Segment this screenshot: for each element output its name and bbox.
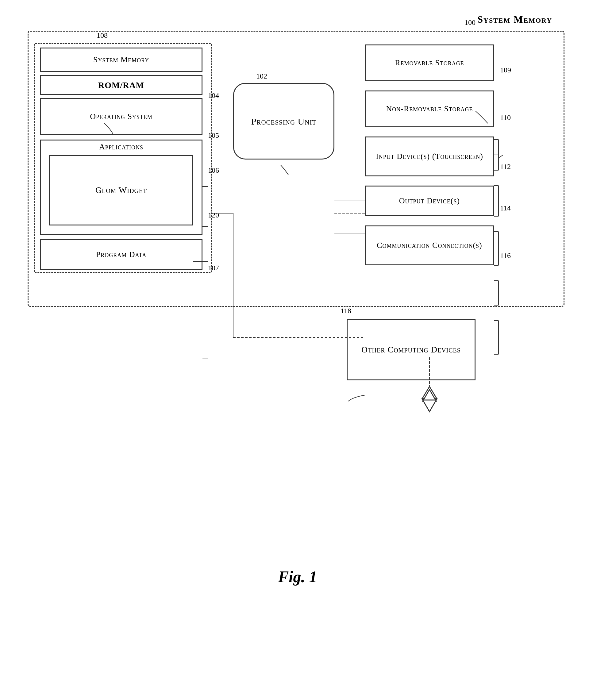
diagram-container: System Memory 100 108 System Memory ROM/…: [18, 12, 577, 595]
os-label: Operating System: [90, 111, 153, 122]
program-data-box: Program Data: [40, 239, 202, 270]
label-120: 120: [208, 211, 219, 219]
communication-connections-box: Communication Connection(s): [365, 225, 494, 265]
label-106: 106: [208, 166, 219, 174]
non-removable-storage-label: Non-Removable Storage: [386, 104, 473, 114]
removable-storage-box: Removable Storage: [365, 44, 494, 81]
label-116: 116: [500, 251, 511, 260]
input-device-label: Input Device(s) (Touchscreen): [376, 151, 483, 162]
computing-device-label: System Memory: [477, 14, 552, 25]
applications-label: Applications: [99, 142, 143, 151]
label-114: 114: [500, 204, 511, 212]
output-device-box: Output Device(s): [365, 186, 494, 216]
label-112: 112: [500, 163, 511, 171]
glom-widget-box: Glom Widget: [49, 155, 193, 225]
label-104: 104: [208, 91, 219, 100]
label-100: 100: [465, 18, 475, 27]
output-device-label: Output Device(s): [399, 196, 460, 206]
processing-unit-box: Processing Unit: [233, 83, 334, 160]
os-box: Operating System: [40, 98, 202, 135]
svg-marker-26: [423, 400, 436, 412]
fig-caption: Fig. 1: [278, 568, 317, 586]
label-108: 108: [96, 31, 108, 40]
rom-ram-box: ROM/RAM: [40, 75, 202, 95]
glom-widget-label: Glom Widget: [95, 185, 147, 196]
label-107: 107: [208, 264, 219, 272]
svg-marker-23: [422, 386, 437, 399]
label-118: 118: [341, 307, 351, 315]
system-memory-box: System Memory: [40, 47, 202, 72]
svg-marker-25: [423, 389, 436, 401]
non-removable-storage-box: Non-Removable Storage: [365, 90, 494, 127]
communication-connections-label: Communication Connection(s): [377, 240, 482, 251]
other-computing-devices-box: Other Computing Devices: [347, 319, 475, 380]
rom-ram-label: ROM/RAM: [98, 80, 144, 90]
other-computing-devices-label: Other Computing Devices: [361, 344, 461, 355]
label-109: 109: [500, 66, 511, 74]
svg-marker-24: [422, 399, 437, 411]
label-102: 102: [256, 72, 267, 80]
processing-unit-label: Processing Unit: [251, 115, 317, 127]
label-110: 110: [500, 114, 511, 122]
label-105: 105: [208, 131, 219, 139]
input-device-box: Input Device(s) (Touchscreen): [365, 136, 494, 176]
program-data-label: Program Data: [96, 249, 146, 260]
system-memory-label: System Memory: [93, 54, 149, 65]
removable-storage-label: Removable Storage: [395, 58, 464, 68]
